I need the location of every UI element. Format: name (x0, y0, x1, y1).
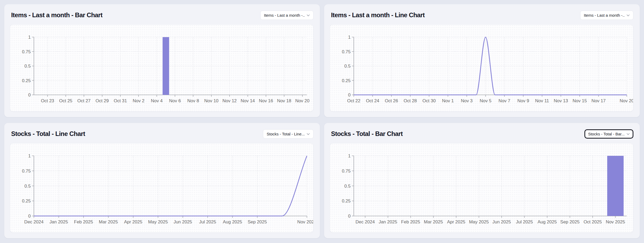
svg-text:Jan 2025: Jan 2025 (379, 219, 397, 224)
svg-text:Dec 2024: Dec 2024 (356, 219, 375, 224)
svg-text:Feb 2025: Feb 2025 (74, 219, 93, 224)
dropdown-selected-value: Stocks - Total - Line... (267, 132, 305, 136)
svg-text:Nov 20: Nov 20 (620, 98, 633, 103)
svg-text:Nov 14: Nov 14 (241, 98, 255, 103)
svg-text:Feb 2025: Feb 2025 (401, 219, 420, 224)
chart-card-stocks-line: Stocks - Total - Line Chart Stocks - Tot… (4, 123, 320, 238)
svg-text:Jul 2025: Jul 2025 (199, 219, 216, 224)
bar-chart-panel[interactable]: Dec 2024Jan 2025Feb 2025Mar 2025Apr 2025… (330, 143, 633, 233)
chart-selector-dropdown[interactable]: Items - Last a month -.. (260, 11, 314, 20)
bar-chart-canvas: Dec 2024Jan 2025Feb 2025Mar 2025Apr 2025… (330, 143, 633, 232)
svg-text:1: 1 (28, 153, 31, 158)
card-header: Stocks - Total - Line Chart Stocks - Tot… (10, 128, 314, 139)
svg-text:Oct 2025: Oct 2025 (584, 219, 602, 224)
svg-text:0.5: 0.5 (344, 184, 351, 189)
svg-text:0: 0 (28, 92, 31, 98)
svg-text:Nov 9: Nov 9 (517, 98, 529, 103)
svg-text:0.25: 0.25 (22, 78, 31, 83)
svg-text:1: 1 (28, 35, 31, 40)
svg-text:0.25: 0.25 (22, 198, 31, 204)
svg-text:0.5: 0.5 (344, 64, 351, 69)
svg-text:0.25: 0.25 (342, 198, 351, 204)
svg-text:Oct 25: Oct 25 (59, 98, 72, 103)
chevron-down-icon (627, 14, 630, 16)
line-chart-panel[interactable]: Dec 2024Jan 2025Feb 2025Mar 2025Apr 2025… (10, 143, 314, 233)
svg-text:Oct 30: Oct 30 (422, 98, 436, 103)
svg-text:Jun 2025: Jun 2025 (492, 219, 511, 224)
svg-text:Jun 2025: Jun 2025 (173, 219, 192, 224)
card-header: Stocks - Total - Bar Chart Stocks - Tota… (330, 128, 633, 139)
svg-text:May 2025: May 2025 (148, 219, 168, 224)
svg-text:Nov 8: Nov 8 (187, 98, 199, 103)
svg-text:Nov 18: Nov 18 (277, 98, 291, 103)
chart-title: Items - Last a month - Line Chart (331, 11, 425, 19)
svg-text:Nov 7: Nov 7 (499, 98, 510, 103)
svg-text:Nov 17: Nov 17 (591, 98, 606, 103)
svg-text:1: 1 (348, 153, 351, 158)
chart-title: Items - Last a month - Bar Chart (11, 11, 102, 19)
svg-text:Apr 2025: Apr 2025 (124, 219, 142, 224)
svg-text:Oct 31: Oct 31 (114, 98, 127, 103)
svg-text:Mar 2025: Mar 2025 (424, 219, 443, 224)
svg-text:Nov 20: Nov 20 (295, 98, 310, 103)
svg-text:Dec 2024: Dec 2024 (24, 219, 44, 224)
svg-text:May 2025: May 2025 (469, 219, 489, 224)
svg-text:Oct 28: Oct 28 (404, 98, 417, 103)
svg-text:Apr 2025: Apr 2025 (447, 219, 465, 224)
dropdown-selected-value: Stocks - Total - Bar... (588, 132, 625, 136)
chart-selector-dropdown[interactable]: Items - Last a month -.. (580, 11, 633, 20)
svg-text:0.75: 0.75 (342, 169, 351, 174)
chevron-down-icon (307, 133, 310, 135)
svg-text:Aug 2025: Aug 2025 (223, 219, 242, 224)
chart-title: Stocks - Total - Bar Chart (331, 130, 403, 138)
svg-text:Sep 2025: Sep 2025 (560, 219, 580, 224)
svg-text:Oct 24: Oct 24 (366, 98, 379, 103)
svg-text:0.75: 0.75 (342, 49, 351, 54)
svg-text:0: 0 (28, 214, 31, 219)
dropdown-selected-value: Items - Last a month -.. (264, 13, 305, 17)
card-header: Items - Last a month - Line Chart Items … (330, 10, 633, 21)
charts-dashboard: Items - Last a month - Bar Chart Items -… (0, 0, 644, 243)
svg-text:Oct 29: Oct 29 (96, 98, 109, 103)
chart-card-stocks-bar: Stocks - Total - Bar Chart Stocks - Tota… (324, 123, 640, 238)
svg-text:Jan 2025: Jan 2025 (50, 219, 68, 224)
line-chart-canvas: Dec 2024Jan 2025Feb 2025Mar 2025Apr 2025… (10, 143, 313, 232)
svg-text:1: 1 (348, 35, 351, 40)
line-chart-canvas: Oct 22Oct 24Oct 26Oct 28Oct 30Nov 1Nov 3… (330, 25, 633, 111)
svg-text:Nov 6: Nov 6 (169, 98, 181, 103)
chart-selector-dropdown[interactable]: Stocks - Total - Line... (263, 129, 314, 139)
svg-text:Nov 16: Nov 16 (259, 98, 273, 103)
svg-text:0.5: 0.5 (24, 184, 31, 189)
chart-card-items-bar: Items - Last a month - Bar Chart Items -… (4, 4, 320, 117)
chart-card-items-line: Items - Last a month - Line Chart Items … (324, 4, 640, 117)
svg-text:Oct 27: Oct 27 (77, 98, 91, 103)
line-chart-panel[interactable]: Oct 22Oct 24Oct 26Oct 28Oct 30Nov 1Nov 3… (330, 24, 633, 112)
svg-text:Nov 10: Nov 10 (204, 98, 218, 103)
svg-text:Nov 1: Nov 1 (442, 98, 454, 103)
svg-text:Nov 4: Nov 4 (151, 98, 163, 103)
svg-text:Oct 22: Oct 22 (347, 98, 360, 103)
svg-text:Nov 3: Nov 3 (461, 98, 472, 103)
chevron-down-icon (307, 14, 310, 16)
bar-chart-panel[interactable]: Oct 23Oct 25Oct 27Oct 29Oct 31Nov 2Nov 4… (10, 24, 314, 112)
bar-chart-canvas: Oct 23Oct 25Oct 27Oct 29Oct 31Nov 2Nov 4… (10, 25, 313, 111)
svg-text:Oct 26: Oct 26 (385, 98, 398, 103)
svg-text:Sep 2025: Sep 2025 (248, 219, 267, 224)
svg-text:Nov 15: Nov 15 (573, 98, 587, 103)
svg-text:0.5: 0.5 (24, 64, 31, 69)
svg-text:Nov 2025: Nov 2025 (297, 219, 313, 224)
svg-text:Nov 12: Nov 12 (222, 98, 237, 103)
svg-text:0.75: 0.75 (22, 169, 31, 174)
svg-text:Nov 5: Nov 5 (480, 98, 491, 103)
svg-text:Mar 2025: Mar 2025 (99, 219, 118, 224)
svg-text:0: 0 (348, 92, 351, 98)
svg-text:Oct 23: Oct 23 (41, 98, 54, 103)
svg-text:Nov 13: Nov 13 (554, 98, 568, 103)
svg-text:Aug 2025: Aug 2025 (538, 219, 557, 224)
svg-text:0.75: 0.75 (22, 49, 31, 54)
dropdown-selected-value: Items - Last a month -.. (584, 13, 625, 17)
svg-text:Nov 2: Nov 2 (133, 98, 144, 103)
card-header: Items - Last a month - Bar Chart Items -… (10, 10, 314, 21)
svg-text:Jul 2025: Jul 2025 (516, 219, 533, 224)
chart-selector-dropdown[interactable]: Stocks - Total - Bar... (584, 129, 633, 139)
